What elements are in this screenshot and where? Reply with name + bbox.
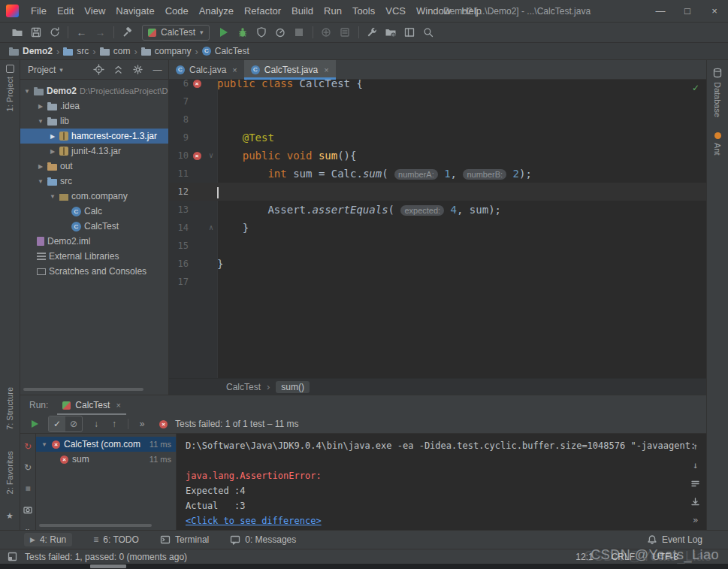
expand-arrow-icon[interactable]: ▼ xyxy=(37,118,44,125)
expand-arrow-icon[interactable]: ▼ xyxy=(37,178,44,185)
camera-icon[interactable] xyxy=(23,504,33,515)
horizontal-scrollbar[interactable] xyxy=(23,388,143,391)
scroll-down-icon[interactable]: ↓ xyxy=(693,460,698,471)
code-line[interactable]: 17 xyxy=(169,273,706,291)
sort-alphabetically-icon[interactable]: ↓ xyxy=(88,416,104,431)
scroll-to-end-icon[interactable] xyxy=(690,497,700,507)
expand-arrow-icon[interactable]: ▼ xyxy=(23,88,31,95)
toggle-auto-test-icon[interactable]: ↻ xyxy=(24,462,32,473)
tool-button-database[interactable]: Database xyxy=(707,68,728,117)
code-line[interactable]: 6 × public class CalcTest { xyxy=(169,80,706,92)
code-line[interactable]: 16 } xyxy=(169,255,706,273)
menu-vcs[interactable]: VCS xyxy=(380,5,411,17)
code-line[interactable]: 11 int sum = Calc.sum( numberA: 1, numbe… xyxy=(169,165,706,183)
tree-item-scratches[interactable]: Scratches and Consoles xyxy=(20,264,168,279)
tool-button-project[interactable]: 1: Project xyxy=(0,65,20,111)
menu-file[interactable]: File xyxy=(26,5,52,17)
tree-item-lib[interactable]: ▼ lib xyxy=(20,113,168,129)
dump-threads-icon[interactable] xyxy=(336,24,355,41)
run-tab-calctest[interactable]: CalcTest × xyxy=(57,395,125,415)
collapse-arrow-icon[interactable]: ▶ xyxy=(49,133,56,140)
run-config-select[interactable]: CalcTest ▾ xyxy=(142,25,210,41)
code-line[interactable]: 15 xyxy=(169,237,706,255)
tree-item-demo2-iml[interactable]: Demo2.iml xyxy=(20,234,168,249)
menu-refactor[interactable]: Refactor xyxy=(239,5,286,17)
code-line[interactable]: 9 @Test xyxy=(169,129,706,147)
nav-item-demo2[interactable]: Demo2 xyxy=(9,46,53,56)
tree-item-demo2[interactable]: ▼ Demo2 D:\Project\ideaProject\D xyxy=(20,83,168,98)
tree-item-com-company[interactable]: ▼ com.company xyxy=(20,189,168,204)
menu-navigate[interactable]: Navigate xyxy=(110,5,159,17)
nav-item-company[interactable]: company xyxy=(141,46,192,56)
debug-button[interactable] xyxy=(234,24,252,41)
close-icon[interactable]: × xyxy=(116,401,120,410)
layout-icon[interactable] xyxy=(400,24,419,41)
expand-arrow-icon[interactable]: ▼ xyxy=(41,441,48,448)
soft-wrap-icon[interactable] xyxy=(690,479,700,489)
tree-item-out[interactable]: ▶ out xyxy=(20,159,168,174)
star-icon[interactable]: ★ xyxy=(6,511,14,521)
code-line[interactable]: 8 xyxy=(169,110,706,129)
collapse-arrow-icon[interactable]: ▶ xyxy=(37,103,44,110)
hide-tool-windows-icon[interactable] xyxy=(8,552,17,561)
project-structure-icon[interactable] xyxy=(382,24,400,41)
inspection-ok-icon[interactable]: ✓ xyxy=(692,83,699,93)
tree-item-junit-jar[interactable]: ▶ junit-4.13.jar xyxy=(20,144,168,159)
minimize-button[interactable]: — xyxy=(647,0,674,22)
settings-wrench-icon[interactable] xyxy=(363,24,382,41)
see-difference-link[interactable]: <Click to see difference> xyxy=(186,516,322,526)
tool-button-todo[interactable]: ≡ 6: TODO xyxy=(93,534,139,545)
attach-debugger-icon[interactable] xyxy=(317,24,336,41)
breadcrumb-method[interactable]: sum() xyxy=(276,381,310,393)
tool-button-messages[interactable]: 0: Messages xyxy=(230,534,296,545)
expand-arrow-icon[interactable]: ▼ xyxy=(49,193,56,200)
nav-item-src[interactable]: src xyxy=(63,46,89,56)
gear-icon[interactable] xyxy=(130,62,146,77)
save-all-icon[interactable] xyxy=(26,24,45,41)
forward-icon[interactable]: → xyxy=(91,24,110,41)
menu-build[interactable]: Build xyxy=(286,5,319,17)
menu-run[interactable]: Run xyxy=(319,5,347,17)
menu-view[interactable]: View xyxy=(79,5,110,17)
scroll-up-icon[interactable]: ↑ xyxy=(693,441,698,452)
fold-close-marker[interactable]: ∧ xyxy=(205,219,217,237)
maximize-button[interactable]: □ xyxy=(674,0,701,22)
tool-button-run[interactable]: ▶ 4: Run xyxy=(24,533,72,546)
show-passed-toggle[interactable]: ✓ xyxy=(49,416,65,431)
tree-item-idea[interactable]: ▶ .idea xyxy=(20,98,168,113)
code-line[interactable]: 13 Assert.assertEquals( expected: 4, sum… xyxy=(169,201,706,219)
open-icon[interactable] xyxy=(8,24,26,41)
coverage-icon[interactable] xyxy=(252,24,271,41)
console-output[interactable]: D:\Software\Java\JDK9.0.4\bin\java.exe -… xyxy=(177,434,706,530)
menu-tools[interactable]: Tools xyxy=(347,5,380,17)
tree-item-calctest[interactable]: C CalcTest xyxy=(20,219,168,234)
code-line[interactable]: 7 xyxy=(169,92,706,110)
locate-file-icon[interactable] xyxy=(91,62,107,77)
nav-item-calctest[interactable]: CCalcTest xyxy=(202,46,249,56)
more-actions-icon[interactable]: » xyxy=(134,416,150,431)
back-icon[interactable]: ← xyxy=(72,24,91,41)
sort-by-duration-icon[interactable]: ↑ xyxy=(106,416,122,431)
close-icon[interactable]: × xyxy=(324,65,328,74)
menu-edit[interactable]: Edit xyxy=(52,5,79,17)
fold-open-marker[interactable]: ∨ xyxy=(205,147,217,165)
tool-button-ant[interactable]: Ant xyxy=(707,132,728,156)
more-icon[interactable]: » xyxy=(693,515,698,525)
collapse-arrow-icon[interactable]: ▶ xyxy=(49,148,56,155)
collapse-arrow-icon[interactable]: ▶ xyxy=(37,163,44,170)
tool-button-event-log[interactable]: Event Log xyxy=(647,534,702,545)
menu-code[interactable]: Code xyxy=(160,5,194,17)
code-line[interactable]: 10 × ∨ public void sum(){ xyxy=(169,147,706,165)
tab-calc-java[interactable]: C Calc.java × xyxy=(169,60,244,79)
stop-button[interactable] xyxy=(290,24,309,41)
code-editor[interactable]: 6 × public class CalcTest { 7 xyxy=(169,80,706,378)
show-ignored-toggle[interactable]: ⊘ xyxy=(65,416,82,431)
tool-button-terminal[interactable]: Terminal xyxy=(160,534,209,545)
project-view-select[interactable]: Project xyxy=(28,65,56,75)
test-failed-gutter-icon[interactable]: × xyxy=(193,152,201,160)
test-failed-gutter-icon[interactable]: × xyxy=(193,80,201,88)
test-node-sum[interactable]: × sum 11 ms xyxy=(36,452,176,467)
search-icon[interactable] xyxy=(419,24,438,41)
tree-item-src[interactable]: ▼ src xyxy=(20,174,168,189)
tree-item-calc[interactable]: C Calc xyxy=(20,204,168,219)
